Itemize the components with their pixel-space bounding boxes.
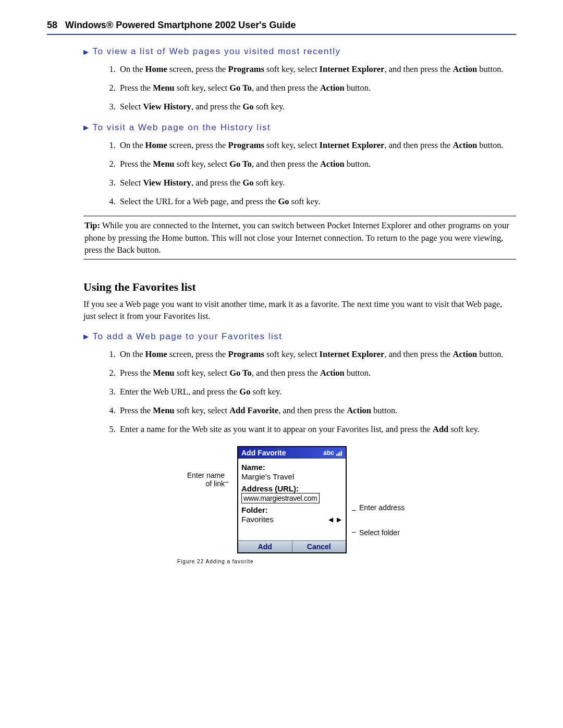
- softkey-add-button[interactable]: Add: [238, 541, 292, 552]
- favorites-intro: If you see a Web page you want to visit …: [83, 298, 516, 322]
- svg-rect-3: [341, 451, 342, 456]
- svg-rect-2: [339, 452, 340, 456]
- name-label: Name:: [241, 463, 342, 472]
- callouts-right: Enter address Select folder: [359, 446, 422, 542]
- phone-titlebar: Add Favorite abc: [238, 447, 346, 459]
- task-heading-text: To view a list of Web pages you visited …: [93, 46, 341, 57]
- step: Press the Menu soft key, select Add Favo…: [118, 404, 516, 417]
- step: Select the URL for a Web page, and press…: [118, 195, 516, 208]
- callout-select-folder: Select folder: [359, 528, 422, 542]
- step: On the Home screen, press the Programs s…: [118, 348, 516, 361]
- callout-enter-name: Enter name of link: [178, 471, 225, 485]
- task-heading-visit-history: ▶ To visit a Web page on the History lis…: [83, 122, 516, 133]
- task-heading-add-favorite: ▶ To add a Web page to your Favorites li…: [83, 331, 516, 342]
- window-title: Add Favorite: [241, 449, 286, 457]
- arrow-right-icon: ▶: [83, 48, 90, 56]
- doc-title: Windows® Powered Smartphone 2002 User's …: [65, 20, 296, 30]
- folder-spinner-arrows-icon[interactable]: ◀ ▶: [328, 516, 342, 523]
- steps-list-1: On the Home screen, press the Programs s…: [83, 63, 516, 113]
- callout-leader-left: –: [225, 446, 232, 486]
- svg-rect-1: [338, 453, 339, 456]
- step: Press the Menu soft key, select Go To, a…: [118, 82, 516, 94]
- signal-icon: [336, 450, 342, 456]
- step: Select View History, and press the Go so…: [118, 101, 516, 113]
- step: Press the Menu soft key, select Go To, a…: [118, 367, 516, 379]
- callouts-left: Enter name of link: [178, 446, 225, 485]
- running-header: 58 Windows® Powered Smartphone 2002 User…: [47, 20, 516, 35]
- tip-label: Tip:: [84, 220, 100, 230]
- softkey-cancel-button[interactable]: Cancel: [292, 541, 346, 552]
- callout-enter-address: Enter address: [359, 503, 422, 517]
- steps-list-2: On the Home screen, press the Programs s…: [83, 139, 516, 208]
- url-label: Address (URL):: [241, 484, 342, 493]
- url-field[interactable]: www.margiestravel.com: [241, 493, 320, 503]
- svg-rect-0: [336, 454, 337, 456]
- name-field[interactable]: Margie's Travel: [241, 472, 342, 482]
- subsection-heading-favorites: Using the Favorites list: [83, 280, 516, 294]
- folder-field[interactable]: Favorites: [241, 514, 274, 525]
- step: Enter the Web URL, and press the Go soft…: [118, 386, 516, 398]
- task-heading-text: To visit a Web page on the History list: [93, 122, 271, 133]
- step: Press the Menu soft key, select Go To, a…: [118, 158, 516, 170]
- step: On the Home screen, press the Programs s…: [118, 63, 516, 76]
- step: Select View History, and press the Go so…: [118, 177, 516, 189]
- tip-text: While you are connected to the Internet,…: [84, 220, 509, 254]
- figure-add-favorite: Enter name of link – Add Favorite abc: [83, 446, 516, 553]
- softkey-bar: Add Cancel: [238, 540, 346, 552]
- folder-label: Folder:: [241, 505, 342, 514]
- arrow-right-icon: ▶: [83, 332, 90, 340]
- arrow-right-icon: ▶: [83, 124, 90, 131]
- task-heading-text: To add a Web page to your Favorites list: [93, 331, 283, 342]
- steps-list-3: On the Home screen, press the Programs s…: [83, 348, 516, 436]
- step: On the Home screen, press the Programs s…: [118, 139, 516, 152]
- phone-screenshot: Add Favorite abc Name: Margie's Travel A…: [237, 446, 347, 553]
- page-number: 58: [47, 20, 57, 30]
- input-mode-indicator: abc: [323, 449, 334, 456]
- figure-caption: Figure 22 Adding a favorite: [177, 559, 516, 564]
- callout-leaders-right: – –: [352, 446, 359, 536]
- tip-callout: Tip: While you are connected to the Inte…: [83, 216, 516, 259]
- task-heading-view-history: ▶ To view a list of Web pages you visite…: [83, 46, 516, 57]
- step: Enter a name for the Web site as you wan…: [118, 423, 516, 436]
